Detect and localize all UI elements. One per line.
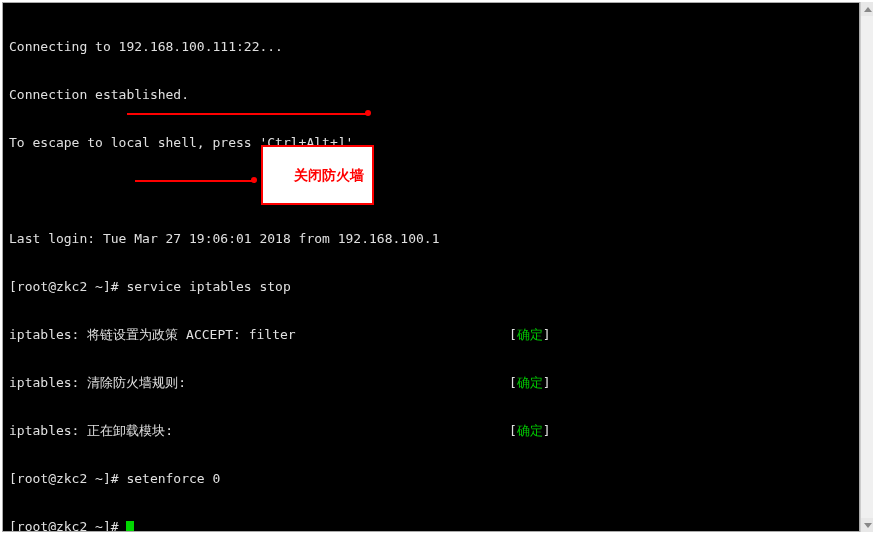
line-connecting: Connecting to 192.168.100.111:22... <box>9 39 853 55</box>
annotation-underline-2 <box>135 180 253 182</box>
cursor <box>126 521 134 533</box>
annotation-dot-1 <box>365 110 371 116</box>
line-cmd-setenforce: [root@zkc2 ~]# setenforce 0 <box>9 471 853 487</box>
annotation-text: 关闭防火墙 <box>294 167 364 183</box>
scroll-down-button[interactable] <box>861 518 873 532</box>
line-ipt-unload: iptables: 正在卸载模块: [确定] <box>9 423 853 439</box>
status-ok-2: [确定] <box>509 375 551 391</box>
chevron-down-icon <box>864 523 872 528</box>
ipt-msg-2: iptables: 清除防火墙规则: <box>9 375 509 391</box>
line-ipt-clear: iptables: 清除防火墙规则: [确定] <box>9 375 853 391</box>
chevron-up-icon <box>864 7 872 12</box>
annotation-dot-2 <box>251 177 257 183</box>
terminal-window: Connecting to 192.168.100.111:22... Conn… <box>2 2 860 532</box>
line-escape: To escape to local shell, press 'Ctrl+Al… <box>9 135 853 151</box>
ipt-msg-1: iptables: 将链设置为政策 ACCEPT: filter <box>9 327 509 343</box>
annotation-underline-1 <box>127 113 367 115</box>
status-ok-1: [确定] <box>509 327 551 343</box>
line-ipt-filter: iptables: 将链设置为政策 ACCEPT: filter [确定] <box>9 327 853 343</box>
status-ok-3: [确定] <box>509 423 551 439</box>
line-established: Connection established. <box>9 87 853 103</box>
line-blank <box>9 183 853 199</box>
ipt-msg-3: iptables: 正在卸载模块: <box>9 423 509 439</box>
scroll-up-button[interactable] <box>861 2 873 16</box>
annotation-label-box: 关闭防火墙 <box>261 145 374 205</box>
line-last-login: Last login: Tue Mar 27 19:06:01 2018 fro… <box>9 231 853 247</box>
scrollbar[interactable] <box>860 2 873 532</box>
terminal-content[interactable]: Connecting to 192.168.100.111:22... Conn… <box>3 3 859 532</box>
line-prompt-current: [root@zkc2 ~]# <box>9 519 853 532</box>
line-cmd-iptables: [root@zkc2 ~]# service iptables stop <box>9 279 853 295</box>
